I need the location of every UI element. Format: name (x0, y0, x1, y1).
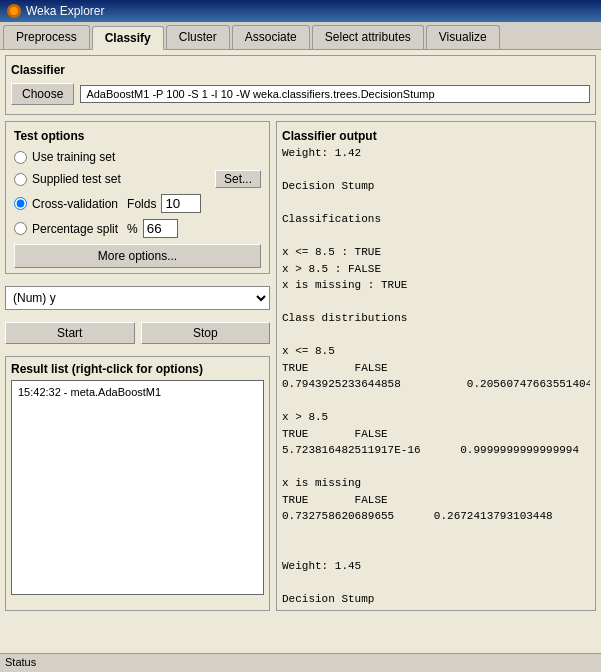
start-stop-row: Start Stop (5, 322, 270, 344)
radio-use-training[interactable] (14, 151, 27, 164)
classifier-section-label: Classifier (11, 61, 590, 79)
folds-input[interactable] (161, 194, 201, 213)
tab-preprocess[interactable]: Preprocess (3, 25, 90, 49)
set-button[interactable]: Set... (215, 170, 261, 188)
cross-val-label: Cross-validation (32, 197, 118, 211)
weka-icon (6, 3, 22, 19)
tab-bar: Preprocess Classify Cluster Associate Se… (0, 22, 601, 50)
result-list-label: Result list (right-click for options) (11, 362, 264, 376)
start-button[interactable]: Start (5, 322, 135, 344)
result-list-box[interactable]: 15:42:32 - meta.AdaBoostM1 (11, 380, 264, 595)
app-title: Weka Explorer (26, 4, 104, 18)
output-scroll-area[interactable]: Weight: 1.42 Decision Stump Classificati… (282, 145, 590, 611)
pct-split-label: Percentage split (32, 222, 118, 236)
classifier-output-label: Classifier output (282, 127, 590, 145)
supplied-test-label: Supplied test set (32, 172, 121, 186)
test-options-label: Test options (14, 127, 261, 145)
radio-cross-val[interactable] (14, 197, 27, 210)
tab-visualize[interactable]: Visualize (426, 25, 500, 49)
attribute-dropdown[interactable]: (Num) y (5, 286, 270, 310)
radio-pct-split[interactable] (14, 222, 27, 235)
classifier-output-text: Weight: 1.42 Decision Stump Classificati… (282, 145, 590, 607)
status-bar: Status (0, 653, 601, 670)
list-item[interactable]: 15:42:32 - meta.AdaBoostM1 (15, 384, 260, 400)
classifier-text-display: AdaBoostM1 -P 100 -S 1 -I 10 -W weka.cla… (80, 85, 590, 103)
tab-associate[interactable]: Associate (232, 25, 310, 49)
choose-button[interactable]: Choose (11, 83, 74, 105)
attribute-dropdown-row: (Num) y (5, 286, 270, 310)
use-training-label: Use training set (32, 150, 115, 164)
svg-point-1 (10, 7, 18, 15)
tab-cluster[interactable]: Cluster (166, 25, 230, 49)
folds-label: Folds (127, 197, 156, 211)
test-options-panel: Test options Use training set Supplied t… (5, 121, 270, 274)
status-label: Status (5, 656, 36, 668)
radio-supplied-test[interactable] (14, 173, 27, 186)
stop-button[interactable]: Stop (141, 322, 271, 344)
tab-classify[interactable]: Classify (92, 26, 164, 50)
percent-symbol: % (127, 222, 138, 236)
tab-select-attributes[interactable]: Select attributes (312, 25, 424, 49)
percent-input[interactable] (143, 219, 178, 238)
more-options-button[interactable]: More options... (14, 244, 261, 268)
classifier-output-panel: Classifier output Weight: 1.42 Decision … (276, 121, 596, 611)
result-list-section: Result list (right-click for options) 15… (5, 356, 270, 611)
